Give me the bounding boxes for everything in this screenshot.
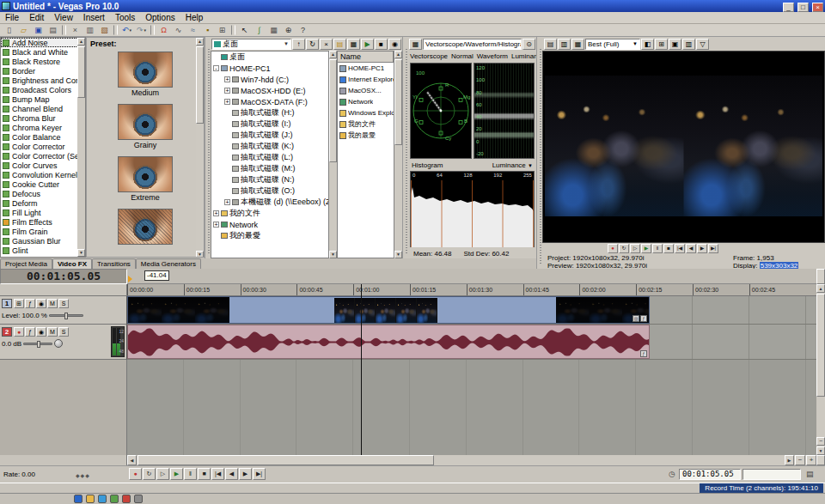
stop-preview-button[interactable]: ■ xyxy=(375,39,388,50)
fx-item[interactable]: Channel Blend xyxy=(1,104,85,113)
split-screen-button[interactable]: ◧ xyxy=(641,39,654,50)
tree-item[interactable]: 抽取式磁碟 (H:) xyxy=(211,107,328,118)
preview-go-to-end-button[interactable]: ▶| xyxy=(708,244,718,253)
save-button[interactable]: ▣ xyxy=(31,24,46,36)
pan-knob[interactable] xyxy=(54,339,63,348)
histogram-mode-dropdown[interactable]: Luminance ▼ xyxy=(492,161,533,169)
fx-item[interactable]: Color Balance xyxy=(1,132,85,142)
next-frame-button[interactable]: ▶ xyxy=(239,468,252,480)
taskbar-icon-folder[interactable] xyxy=(86,495,95,503)
copy-button[interactable]: ▥ xyxy=(82,24,97,36)
scrollbar-thumb[interactable] xyxy=(196,46,204,124)
redo-button[interactable]: ↷ xyxy=(134,24,149,36)
slider-knob[interactable] xyxy=(64,313,68,319)
preview-play-from-start-button[interactable]: ▷ xyxy=(630,244,640,253)
rate-slider[interactable]: ◆◆◆ xyxy=(76,472,90,478)
close-button[interactable]: × xyxy=(812,3,823,12)
file-list-item[interactable]: Windows Explorer xyxy=(338,107,394,118)
menu-item[interactable]: Edit xyxy=(24,13,49,22)
track-zoom-out-button[interactable]: − xyxy=(816,437,825,446)
scope-pane-header[interactable]: Normal xyxy=(449,52,475,60)
video-output-button[interactable]: ▦ xyxy=(571,39,584,50)
audio-track-header[interactable]: 2 ●ƒ◉MS 0.0 dB 122448 xyxy=(0,325,127,360)
scroll-up-arrow[interactable]: ▲ xyxy=(329,51,337,58)
save-snapshot-button[interactable]: ▽ xyxy=(696,39,709,50)
arm-record-button[interactable]: ● xyxy=(14,327,24,337)
tree-item[interactable]: 抽取式磁碟 (I:) xyxy=(211,118,328,130)
copy-snapshot-button[interactable]: ▥ xyxy=(682,39,695,50)
solo-button[interactable]: S xyxy=(58,299,69,308)
fx-item[interactable]: Chroma Keyer xyxy=(1,123,85,132)
selection-edit-tool-button[interactable]: ▦ xyxy=(266,24,281,36)
mute-button[interactable]: M xyxy=(47,299,58,308)
zoom-edit-tool-button[interactable]: ⊕ xyxy=(281,24,296,36)
scope-type-dropdown[interactable]: Vectorscope/Waveform/Histogram▼ xyxy=(423,39,522,50)
preset-item[interactable]: Medium xyxy=(117,52,174,97)
tree-item[interactable]: 桌面 xyxy=(211,52,328,63)
marker-bar[interactable]: -41.04 xyxy=(127,269,816,284)
preview-go-to-start-button[interactable]: |◀ xyxy=(675,244,685,253)
preview-dock-handle[interactable] xyxy=(536,37,542,269)
zoom-out-button[interactable]: − xyxy=(795,455,805,465)
tree-item[interactable]: 抽取式磁碟 (N:) xyxy=(211,174,328,185)
name-column-header[interactable]: Name xyxy=(338,52,394,63)
automation-button[interactable]: ◉ xyxy=(36,299,46,308)
fx-item[interactable]: Deform xyxy=(1,198,85,208)
normal-edit-tool-button[interactable]: ↖ xyxy=(237,24,252,36)
scroll-down-arrow[interactable]: ▼ xyxy=(196,251,204,258)
scrollbar-thumb[interactable] xyxy=(394,59,402,145)
play-button[interactable]: ▶ xyxy=(170,468,183,480)
fx-item[interactable]: Glint xyxy=(1,246,85,255)
snapping-button[interactable]: Ω xyxy=(156,24,171,36)
envelope-edit-tool-button[interactable]: ∫ xyxy=(252,24,266,36)
cut-button[interactable]: × xyxy=(68,24,82,36)
record-button[interactable]: ● xyxy=(129,468,142,480)
menu-item[interactable]: Options xyxy=(140,13,180,22)
tree-expander-icon[interactable]: + xyxy=(213,210,219,216)
tree-item[interactable]: 抽取式磁碟 (K:) xyxy=(211,141,328,152)
track-number[interactable]: 1 xyxy=(2,299,12,308)
toolbar-button[interactable] xyxy=(150,25,155,35)
fx-item[interactable]: Fill Light xyxy=(1,208,85,217)
automation-button[interactable]: ◉ xyxy=(36,327,46,337)
scope-pane-header[interactable]: Vectorscope xyxy=(408,52,449,60)
taskbar-icon-red[interactable] xyxy=(122,495,131,503)
tree-expander-icon[interactable]: + xyxy=(224,99,230,105)
tree-expander-icon[interactable]: - xyxy=(213,65,219,71)
tree-expander-icon[interactable]: + xyxy=(224,76,230,82)
play-from-start-button[interactable]: ▷ xyxy=(156,468,169,480)
tree-item[interactable]: + 本機磁碟 (d) (\\Eeebox) (Z:) xyxy=(211,197,328,208)
overlays-button[interactable]: ⊞ xyxy=(655,39,668,50)
properties-button[interactable]: ▤ xyxy=(46,24,60,36)
toolbar-button[interactable] xyxy=(231,25,235,35)
track-volume-slider[interactable] xyxy=(23,343,52,345)
fx-item[interactable]: Brightness and Contrast xyxy=(1,76,85,85)
scroll-left-arrow[interactable]: ◀ xyxy=(127,455,137,465)
fx-item[interactable]: Film Effects xyxy=(1,217,85,227)
tree-item[interactable]: + MacOSX-HDD (E:) xyxy=(211,85,328,96)
menu-item[interactable]: Help xyxy=(180,13,209,22)
fx-item[interactable]: Color Curves xyxy=(1,161,85,170)
scroll-down-arrow[interactable]: ▼ xyxy=(77,249,85,257)
doc-tab[interactable]: Project Media xyxy=(0,258,52,269)
file-list-item[interactable]: 我的文件 xyxy=(338,118,394,130)
project-video-properties-button[interactable]: ▤ xyxy=(544,39,557,50)
ignore-event-grouping-button[interactable]: ⊞ xyxy=(215,24,229,36)
cursor-position-display[interactable]: 00:01:05.05 xyxy=(679,469,741,480)
slider-knob[interactable] xyxy=(37,341,40,348)
preset-item[interactable]: Extreme xyxy=(117,156,174,202)
preview-next-frame-button[interactable]: ▶ xyxy=(697,244,707,253)
doc-tab[interactable]: Video FX xyxy=(52,258,92,269)
scroll-up-arrow[interactable]: ▲ xyxy=(77,38,85,46)
minimize-button[interactable]: _ xyxy=(783,3,794,12)
refresh-button[interactable]: ↻ xyxy=(306,39,319,50)
timeline-empty-area[interactable] xyxy=(127,360,816,455)
up-one-level-button[interactable]: ↑ xyxy=(292,39,305,50)
scroll-up-arrow[interactable]: ▲ xyxy=(394,51,402,58)
preset-scrollbar[interactable]: ▲ ▼ xyxy=(196,38,204,258)
fx-item[interactable]: Defocus xyxy=(1,189,85,198)
toolbar-button[interactable] xyxy=(113,25,118,35)
new-project-button[interactable]: ▯ xyxy=(2,24,16,36)
go-to-start-button[interactable]: |◀ xyxy=(211,468,224,480)
timeline-timecode-display[interactable]: 00:01:05.05 xyxy=(0,269,127,284)
